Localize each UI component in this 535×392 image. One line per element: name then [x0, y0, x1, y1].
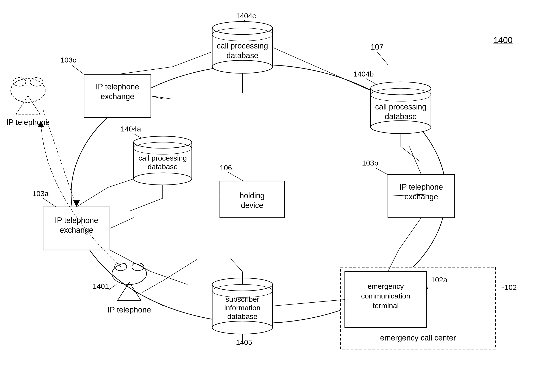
emergency-call-center-label: emergency call center [380, 333, 456, 342]
ref-1404c: 1404c [236, 12, 256, 20]
ip-telephone-top: IP telephone [6, 78, 80, 207]
call-processing-db-c: 1404c call processing database [212, 12, 273, 93]
call-processing-db-a-label2: database [148, 163, 178, 171]
svg-line-1 [377, 52, 388, 65]
ip-exchange-b-label1: IP telephone [400, 182, 443, 191]
svg-line-20 [375, 168, 388, 175]
svg-line-71 [110, 250, 151, 271]
svg-line-44 [231, 259, 242, 271]
svg-line-22 [409, 147, 421, 175]
ip-exchange-b: 103b IP telephone exchange [362, 147, 455, 218]
diagram-container: 1400 107 1404c call processing database … [0, 0, 535, 392]
svg-line-31 [43, 198, 56, 207]
ref-1404b: 1404b [353, 70, 374, 78]
svg-line-35 [108, 179, 134, 187]
diagram-ref-1400: 1400 [493, 35, 513, 45]
ref-103a: 103a [32, 189, 49, 198]
svg-line-52 [273, 299, 345, 306]
subscriber-info-db: subscriber information database 1405 [134, 259, 340, 346]
svg-point-59 [112, 263, 147, 285]
svg-marker-62 [117, 282, 141, 301]
ref-103c: 103c [60, 56, 76, 64]
ip-exchange-c: 103c IP telephone exchange [60, 52, 212, 117]
svg-line-68 [273, 47, 371, 90]
svg-line-65 [141, 280, 164, 293]
ref-102: -102 [502, 283, 517, 291]
svg-line-12 [172, 52, 212, 67]
holding-device: 106 holding device [220, 163, 284, 218]
svg-line-47 [134, 291, 164, 306]
svg-point-40 [212, 321, 273, 334]
svg-line-30 [129, 198, 163, 211]
svg-point-55 [30, 78, 43, 86]
ref-1401: 1401 [93, 282, 109, 290]
svg-marker-56 [16, 96, 40, 114]
ip-exchange-a-label2: exchange [60, 226, 93, 234]
svg-line-34 [76, 187, 108, 207]
svg-marker-58 [73, 201, 80, 207]
call-processing-db-a: 1404a call processing database [121, 125, 192, 211]
holding-device-label1: holding [240, 191, 265, 200]
ref-1404a: 1404a [121, 125, 141, 133]
svg-point-53 [11, 79, 45, 102]
svg-line-36 [228, 173, 243, 181]
ref-107: 107 [371, 42, 384, 51]
svg-line-11 [117, 67, 172, 74]
svg-line-8 [71, 65, 84, 74]
call-processing-db-b-label1: call processing [375, 102, 426, 111]
ip-exchange-b-label2: exchange [405, 192, 438, 201]
emergency-call-center: emergency call center -102 emergency com… [273, 267, 517, 349]
subscriber-info-db-label3: database [227, 312, 257, 320]
ip-exchange-a: 103a IP telephone exchange [32, 179, 134, 250]
holding-device-label2: device [241, 201, 263, 210]
svg-line-63 [108, 285, 116, 290]
ip-telephone-bottom-label: IP telephone [107, 305, 151, 314]
ref-106: 106 [220, 163, 232, 172]
call-processing-db-b: 1404b call processing database [353, 70, 431, 162]
ref-1405: 1405 [236, 338, 252, 346]
call-processing-db-b-label2: database [385, 112, 417, 121]
subscriber-info-db-label2: information [224, 304, 261, 312]
call-processing-db-c-label1: call processing [217, 41, 268, 50]
svg-line-72 [151, 271, 187, 285]
svg-line-33 [110, 218, 134, 229]
emergency-comm-terminal-label2: communication [361, 292, 410, 300]
ip-exchange-c-label2: exchange [101, 92, 134, 101]
emergency-comm-terminal-label3: terminal [373, 302, 399, 310]
svg-point-16 [371, 121, 431, 134]
svg-point-5 [212, 60, 273, 73]
ip-exchange-c-label1: IP telephone [96, 82, 139, 91]
call-processing-db-a-label1: call processing [139, 154, 187, 162]
svg-point-54 [13, 78, 26, 86]
subscriber-info-db-label1: subscriber [226, 295, 259, 303]
svg-point-27 [134, 173, 192, 185]
ref-102a: 102a [431, 276, 447, 284]
svg-line-66 [164, 259, 198, 280]
svg-line-69 [399, 218, 421, 250]
call-processing-db-c-label2: database [226, 51, 258, 60]
emergency-comm-terminal-label1: emergency [368, 282, 404, 290]
ref-103b: 103b [362, 159, 378, 167]
